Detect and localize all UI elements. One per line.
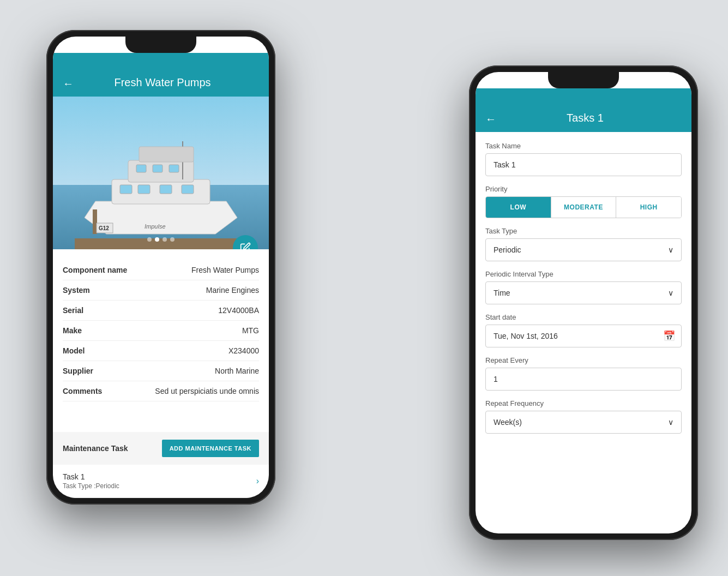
repeat-frequency-label: Repeat Frequency xyxy=(485,399,682,407)
detail-value-supplier: North Marine xyxy=(215,367,259,375)
phone-right-screen: ← Tasks 1 Task Name Priority LOW xyxy=(476,72,691,533)
add-maintenance-task-button[interactable]: ADD MAINTENANCE TASK xyxy=(162,440,259,457)
start-date-label: Start date xyxy=(485,313,682,321)
priority-label: Priority xyxy=(485,185,682,193)
phone-left: ← Fresh Water Pumps xyxy=(46,30,275,505)
dot-4[interactable] xyxy=(170,237,175,242)
repeat-frequency-group: Repeat Frequency Week(s) ∨ xyxy=(485,399,682,434)
svg-rect-9 xyxy=(169,165,179,172)
priority-group: Priority LOW MODERATE HIGH xyxy=(485,185,682,218)
repeat-frequency-select[interactable]: Week(s) ∨ xyxy=(485,411,682,434)
detail-label-model: Model xyxy=(63,346,85,355)
left-header: ← Fresh Water Pumps xyxy=(53,53,269,97)
task-type-group: Task Type Periodic ∨ xyxy=(485,227,682,261)
periodic-interval-value: Time xyxy=(494,289,510,297)
priority-high-button[interactable]: HIGH xyxy=(616,197,681,218)
phone-right: ← Tasks 1 Task Name Priority LOW xyxy=(469,65,698,540)
repeat-frequency-value: Week(s) xyxy=(494,418,522,427)
periodic-interval-chevron-icon: ∨ xyxy=(668,289,673,297)
repeat-frequency-chevron-icon: ∨ xyxy=(668,418,673,427)
detail-row: Component name Fresh Water Pumps xyxy=(63,260,259,280)
detail-row: Supplier North Marine xyxy=(63,361,259,381)
detail-row: System Marine Engines xyxy=(63,280,259,301)
detail-row: Make MTG xyxy=(63,321,259,341)
svg-text:G12: G12 xyxy=(99,225,109,231)
form-body: Task Name Priority LOW MODERATE HIGH xyxy=(476,132,691,533)
detail-value-component: Fresh Water Pumps xyxy=(191,266,259,274)
detail-label-supplier: Supplier xyxy=(63,367,93,375)
repeat-every-input[interactable] xyxy=(485,368,682,391)
detail-label-component: Component name xyxy=(63,266,127,274)
start-date-value: Tue, Nov 1st, 2016 xyxy=(494,332,558,340)
detail-row: Comments Sed ut perspiciatis unde omnis xyxy=(63,381,259,401)
back-button-right[interactable]: ← xyxy=(485,113,496,124)
left-header-title: Fresh Water Pumps xyxy=(79,76,246,89)
start-date-group: Start date Tue, Nov 1st, 2016 📅 xyxy=(485,313,682,347)
detail-value-make: MTG xyxy=(242,326,259,335)
start-date-input[interactable]: Tue, Nov 1st, 2016 📅 xyxy=(485,325,682,347)
detail-label-make: Make xyxy=(63,326,82,335)
phone-left-screen: ← Fresh Water Pumps xyxy=(53,37,269,498)
periodic-interval-group: Periodic Interval Type Time ∨ xyxy=(485,270,682,304)
boat-image: Impulse G12 xyxy=(53,97,269,249)
detail-value-model: X234000 xyxy=(228,346,259,355)
task-name-group: Task Name xyxy=(485,142,682,176)
detail-label-comments: Comments xyxy=(63,387,102,395)
dot-3[interactable] xyxy=(163,237,167,242)
svg-text:Impulse: Impulse xyxy=(145,223,166,230)
scene: ← Fresh Water Pumps xyxy=(0,0,728,576)
repeat-every-group: Repeat Every xyxy=(485,356,682,391)
periodic-interval-select[interactable]: Time ∨ xyxy=(485,281,682,304)
task-name: Task 1 xyxy=(63,472,119,481)
detail-value-serial: 12V4000BA xyxy=(218,306,259,315)
dot-1[interactable] xyxy=(147,237,152,242)
detail-value-system: Marine Engines xyxy=(206,286,259,295)
svg-rect-8 xyxy=(153,165,163,172)
task-type-select[interactable]: Periodic ∨ xyxy=(485,238,682,261)
right-header: ← Tasks 1 xyxy=(476,88,691,132)
repeat-every-label: Repeat Every xyxy=(485,356,682,364)
boat-svg: Impulse G12 xyxy=(74,130,248,239)
detail-label-system: System xyxy=(63,286,90,295)
notch-left xyxy=(125,37,196,53)
task-name-input[interactable] xyxy=(485,153,682,176)
task-type-label: Task Type xyxy=(485,227,682,235)
task-type-value: Periodic xyxy=(494,245,521,254)
dot-2[interactable] xyxy=(155,237,159,242)
detail-row: Model X234000 xyxy=(63,341,259,361)
maintenance-label: Maintenance Task xyxy=(63,444,128,453)
detail-row: Serial 12V4000BA xyxy=(63,301,259,321)
task-type-chevron-icon: ∨ xyxy=(668,245,673,254)
detail-value-comments: Sed ut perspiciatis unde omnis xyxy=(155,387,259,395)
svg-rect-3 xyxy=(120,185,132,194)
task-chevron-icon: › xyxy=(256,476,259,486)
task-item-info: Task 1 Task Type :Periodic xyxy=(63,472,119,490)
detail-label-serial: Serial xyxy=(63,306,83,315)
task-type: Task Type :Periodic xyxy=(63,482,119,490)
phone-left-content: ← Fresh Water Pumps xyxy=(53,37,269,498)
periodic-interval-label: Periodic Interval Type xyxy=(485,270,682,278)
task-list-item[interactable]: Task 1 Task Type :Periodic › xyxy=(53,465,269,498)
start-date-wrap: Tue, Nov 1st, 2016 📅 xyxy=(485,325,682,347)
details-section: Component name Fresh Water Pumps System … xyxy=(53,249,269,429)
svg-rect-4 xyxy=(138,185,150,194)
notch-right xyxy=(548,72,619,88)
svg-rect-6 xyxy=(182,185,194,194)
image-dots xyxy=(147,237,175,242)
back-button-left[interactable]: ← xyxy=(63,78,74,89)
priority-low-button[interactable]: LOW xyxy=(486,197,551,218)
svg-rect-7 xyxy=(136,165,146,172)
svg-rect-11 xyxy=(139,147,194,162)
phone-right-content: ← Tasks 1 Task Name Priority LOW xyxy=(476,72,691,533)
calendar-icon: 📅 xyxy=(663,330,675,342)
right-header-title: Tasks 1 xyxy=(502,112,669,124)
priority-buttons: LOW MODERATE HIGH xyxy=(485,196,682,218)
maintenance-section: Maintenance Task ADD MAINTENANCE TASK xyxy=(53,432,269,465)
priority-moderate-button[interactable]: MODERATE xyxy=(551,197,616,218)
svg-rect-5 xyxy=(160,185,172,194)
task-name-label: Task Name xyxy=(485,142,682,150)
